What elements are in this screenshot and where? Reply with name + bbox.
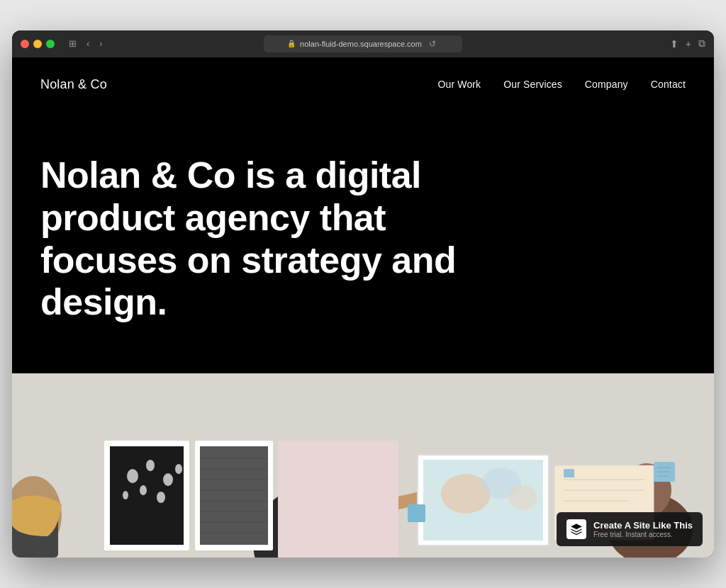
site-logo: Nolan & Co [40,77,107,92]
nav-link-contact[interactable]: Contact [651,79,686,90]
sidebar-toggle-icon[interactable]: ⊞ [66,37,79,50]
squarespace-badge[interactable]: Create A Site Like This Free trial. Inst… [557,512,703,546]
svg-point-16 [175,464,182,474]
share-button[interactable]: ⬆ [670,38,678,50]
nav-links: Our Work Our Services Company Contact [438,79,686,90]
minimize-button[interactable] [33,40,42,48]
reload-button[interactable]: ↺ [426,38,439,50]
lock-icon: 🔒 [287,40,296,47]
address-bar[interactable]: 🔒 nolan-fluid-demo.squarespace.com ↺ [264,35,462,52]
hero-headline: Nolan & Co is a digital product agency t… [40,154,480,324]
svg-rect-28 [278,441,398,558]
nav-link-company[interactable]: Company [585,79,628,90]
nav-link-our-work[interactable]: Our Work [438,79,481,90]
copy-tab-button[interactable]: ⧉ [698,38,705,50]
browser-window: ⊞ ‹ › 🔒 nolan-fluid-demo.squarespace.com… [12,30,714,558]
forward-button[interactable]: › [96,37,105,50]
traffic-lights [21,40,55,48]
add-tab-button[interactable]: + [686,38,691,50]
svg-point-14 [157,492,165,503]
svg-point-13 [140,485,147,495]
back-button[interactable]: ‹ [84,37,92,50]
svg-rect-9 [110,446,184,545]
image-section: Create A Site Like This Free trial. Inst… [12,373,714,558]
badge-subtitle: Free trial. Instant access. [593,531,693,538]
svg-point-33 [508,485,537,510]
hero-section: Nolan & Co is a digital product agency t… [12,112,714,373]
svg-rect-34 [408,504,425,522]
close-button[interactable] [21,40,29,48]
svg-rect-18 [200,446,268,545]
svg-point-11 [146,460,155,471]
nav-controls: ⊞ ‹ › [66,37,106,50]
nav-link-our-services[interactable]: Our Services [503,79,562,90]
svg-point-12 [163,473,173,486]
badge-text: Create A Site Like This Free trial. Inst… [593,520,693,538]
svg-rect-42 [564,469,574,477]
website-content: Nolan & Co Our Work Our Services Company… [12,57,714,558]
url-text: nolan-fluid-demo.squarespace.com [300,40,422,48]
squarespace-icon [566,519,586,539]
title-bar: ⊞ ‹ › 🔒 nolan-fluid-demo.squarespace.com… [12,30,714,57]
toolbar-right: ⬆ + ⧉ [670,38,705,50]
svg-point-15 [123,491,128,499]
maximize-button[interactable] [46,40,55,48]
svg-point-10 [127,469,138,483]
badge-title: Create A Site Like This [593,520,693,531]
site-nav: Nolan & Co Our Work Our Services Company… [12,57,714,112]
